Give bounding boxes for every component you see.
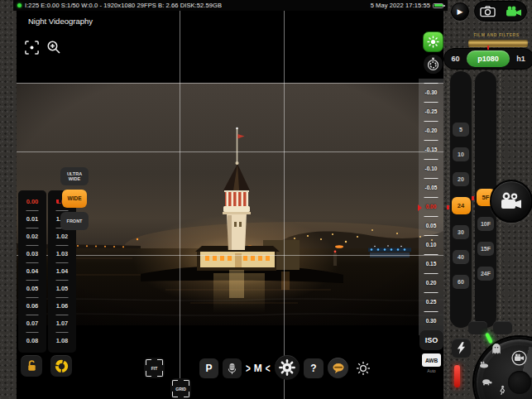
record-mode-button[interactable] [490,180,532,223]
timer-button[interactable] [424,55,443,74]
film-filters-label: FILM AND FILTERS [462,32,531,37]
settings-button[interactable] [275,355,300,380]
grid-button[interactable]: GRID [170,378,191,399]
lens-option[interactable]: ULTRA WIDE [60,167,89,185]
fps-option[interactable]: 10 [453,147,469,161]
help-button[interactable]: ? [304,358,324,378]
exposure-value[interactable]: 0.25 [419,292,443,311]
awb-label: AWB [425,358,438,363]
exposure-value[interactable]: -0.05 [419,178,443,197]
picker-value[interactable]: 1.05 [48,280,76,297]
mode-prev-chevron[interactable]: < [266,362,271,374]
stitch-seam [448,70,448,397]
sun-burst-icon [427,36,439,48]
camera-app-window: I:225 E:0.00 S:1/50 W:0.0 - 1920x1080 29… [0,0,532,399]
picker-value[interactable]: 1.04 [48,262,76,280]
awb-sub-label: Auto [422,368,441,373]
frame-option[interactable]: 15F [477,242,494,256]
lens-option[interactable]: FRONT [60,212,89,230]
unlock-icon [26,359,38,373]
exposure-value[interactable]: -0.30 [419,83,443,102]
fps-option[interactable]: 60 [453,275,469,289]
picker-value[interactable]: 0.06 [18,297,46,315]
frame-option[interactable]: 10F [477,217,494,231]
exposure-value[interactable]: -0.10 [419,159,443,178]
picker-value[interactable]: 0.02 [18,228,46,245]
fps-option[interactable]: 24 [452,197,471,214]
grid-label: GRID [175,387,186,392]
focus-reticle-button[interactable] [22,38,41,56]
gear-icon [278,358,296,377]
exposure-value[interactable]: -0.15 [419,140,443,159]
picker-value[interactable]: 0.04 [18,262,46,280]
picker-value[interactable]: 0.07 [18,315,46,332]
picker-value[interactable]: 0.05 [18,280,46,297]
fps-option[interactable]: 20 [453,172,469,186]
lock-button[interactable] [21,355,42,377]
dial-indicator-led [485,333,493,344]
audio-button[interactable] [223,358,242,378]
format-option[interactable]: 60 [444,55,467,63]
photo-camera-button[interactable] [479,2,497,21]
fps-option[interactable]: 5 [453,123,469,137]
frame-option[interactable]: 24F [477,267,494,281]
format-segmented-control: 60 p1080 h1 [443,48,532,70]
format-selection-tick [487,46,489,50]
exposure-value[interactable]: -0.25 [419,102,443,121]
fps-option[interactable]: 30 [453,225,469,239]
fit-button[interactable]: FIT [144,358,165,378]
status-info: I:225 E:0.00 S:1/50 W:0.0 - 1920x1080 29… [25,2,222,9]
exposure-value[interactable]: 0.00 [419,197,443,216]
picker-value[interactable]: 0.01 [18,210,46,228]
sun-icon [356,361,371,376]
film-filters-gold-bar[interactable] [468,40,528,47]
exposure-value[interactable]: 0.10 [419,235,443,254]
fps-column: 5102024304060 [450,71,472,328]
flash-bolt-icon [457,342,466,354]
picker-value[interactable]: 1.07 [48,315,76,332]
awb-button[interactable]: AWB [422,353,441,367]
iso-label: ISO [425,336,439,344]
playback-button[interactable]: ▶ [451,2,469,21]
picker-value[interactable]: 0.00 [18,193,46,210]
play-icon: ▶ [458,7,463,16]
format-option[interactable]: h1 [510,55,532,63]
video-camera-button[interactable] [505,2,523,21]
grid-line-vertical-1 [180,11,180,399]
picker-value[interactable]: 0.03 [18,245,46,262]
status-datetime: 5 May 2022 17:15:55 [371,2,430,9]
fps-option[interactable]: 40 [453,250,469,264]
iris-button[interactable] [50,355,72,377]
mode-stepper[interactable]: > M < [246,360,271,377]
picker-value[interactable]: 1.03 [48,245,76,262]
exposure-value[interactable]: -0.20 [419,121,443,140]
photo-camera-icon [480,5,496,17]
mode-next-chevron[interactable]: > [246,362,251,374]
flash-button[interactable] [452,339,471,358]
runner-icon [498,385,506,396]
brightness-button[interactable] [352,358,373,378]
exposure-ruler[interactable]: -0.30-0.25-0.20-0.15-0.10-0.050.000.050.… [419,79,443,335]
light-boost-button[interactable] [423,31,443,52]
lens-option[interactable]: WIDE [62,190,87,208]
exposure-value[interactable]: 0.15 [419,254,443,273]
aux-button-2[interactable] [493,321,512,334]
program-mode-button[interactable]: P [199,358,218,378]
picker-value[interactable]: 1.06 [48,297,76,315]
preset-title: Night Videography [28,17,93,26]
comments-button[interactable] [328,358,348,378]
manual-mode-label: M [254,363,262,374]
camcorder-icon [499,191,524,211]
iso-button[interactable]: ISO [419,329,443,350]
format-option[interactable]: p1080 [467,50,510,67]
exposure-value[interactable]: 0.05 [419,216,443,235]
recording-ready-dot [17,3,22,7]
dial-hub [508,371,531,394]
picker-value[interactable]: 1.08 [48,332,76,349]
exposure-value[interactable]: 0.30 [419,311,443,330]
speech-bubble-icon [332,363,345,374]
aux-button-1[interactable] [468,321,487,334]
exposure-value[interactable]: 0.20 [419,273,443,292]
picker-value[interactable]: 0.08 [18,332,46,349]
zoom-in-button[interactable] [45,38,63,56]
